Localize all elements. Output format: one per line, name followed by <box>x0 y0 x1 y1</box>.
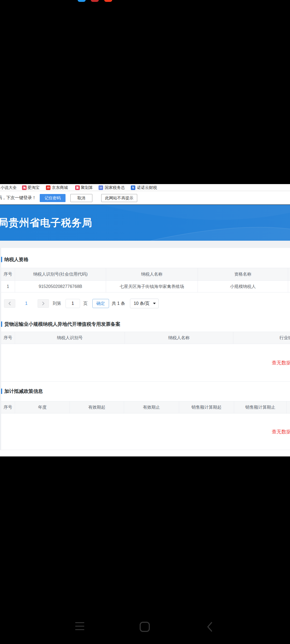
t1-cell-taxpayer-name: 七星关区海子街镇海华家禽养殖场 <box>106 281 198 292</box>
t1-col-qualification: 资格名称 <box>198 268 288 281</box>
t1-col-index: 序号 <box>1 268 15 281</box>
bookmark-taobao[interactable]: 爱淘宝 <box>27 185 39 190</box>
pagination-next-button[interactable] <box>38 299 49 308</box>
pagination-prev-button[interactable] <box>4 299 15 308</box>
section1-accent-bar <box>1 257 2 262</box>
t1-cell-taxpayer-id: 91520502082776768B <box>15 281 106 292</box>
panel-bottom-divider <box>0 450 290 450</box>
t2-col-industry-code: 行业编码 <box>233 332 290 344</box>
bookmark-jd[interactable]: 京东商城 <box>52 185 68 190</box>
t1-cell-qualification: 小规模纳税人 <box>198 281 288 292</box>
orange-app-icon[interactable] <box>104 0 112 2</box>
t1-cell-index: 1 <box>1 281 15 292</box>
t2-col-index: 序号 <box>1 332 15 344</box>
red-app-icon[interactable] <box>91 0 99 2</box>
taobao-icon: 淘 <box>22 185 27 190</box>
section1-title: 纳税人资格 <box>4 257 28 262</box>
phone-screen: 小说大全 淘 爱淘宝 JD 京东商城 聚 聚划算 12 国家税务总 N 诺诺云财… <box>0 0 290 644</box>
t3-col-clipped <box>287 401 290 414</box>
pagination-confirm-button[interactable]: 确定 <box>92 299 109 308</box>
t3-col-year: 年度 <box>15 401 70 414</box>
bookmark-novel[interactable]: 小说大全 <box>1 185 17 190</box>
t2-col-taxpayer-id: 纳税人识别号 <box>15 332 125 344</box>
site-banner: 局贵州省电子税务局 <box>0 205 290 241</box>
bookmarks-bar: 小说大全 淘 爱淘宝 JD 京东商城 聚 聚划算 12 国家税务总 N 诺诺云财… <box>0 184 290 191</box>
t2-col-taxpayer-name: 纳税人名称 <box>125 332 233 344</box>
nav-back-icon[interactable] <box>206 622 213 632</box>
password-prompt-message: 码，下次一键登录！ <box>0 191 36 204</box>
nav-home-icon[interactable] <box>140 622 150 632</box>
pagination-page-1[interactable]: 1 <box>24 299 29 308</box>
section2-accent-bar <box>1 321 2 327</box>
t3-col-index: 序号 <box>1 401 15 414</box>
dropdown-caret-icon <box>153 303 156 304</box>
t3-no-data-text: 查无数据 <box>272 414 290 450</box>
remember-password-bar: 码，下次一键登录！ 记住密码 取消 此网站不再提示 <box>0 191 290 204</box>
nuonuo-icon: N <box>131 185 135 190</box>
chevron-right-icon <box>42 301 45 306</box>
page-size-select[interactable]: 10 条/页 <box>130 299 159 308</box>
site-title: 局贵州省电子税务局 <box>0 205 92 241</box>
page-size-value: 10 条/页 <box>134 299 150 308</box>
t2-empty-body <box>1 344 290 382</box>
t1-col-clipped <box>288 268 290 281</box>
section3-accent-bar <box>1 389 2 394</box>
pagination-page-input[interactable]: 1 <box>66 299 80 308</box>
t3-col-valid-from: 有效期起 <box>70 401 124 414</box>
cancel-button[interactable]: 取消 <box>70 194 92 202</box>
bookmark-tax-bureau[interactable]: 国家税务总 <box>105 185 125 190</box>
remember-password-button[interactable]: 记住密码 <box>40 194 66 202</box>
tax-bureau-icon: 12 <box>99 185 103 190</box>
pagination-goto-label: 到第 <box>53 299 61 308</box>
t3-col-sales-calc-from: 销售额计算期起 <box>179 401 234 414</box>
nav-menu-icon[interactable] <box>75 622 84 631</box>
juhuasuan-icon: 聚 <box>75 185 80 190</box>
t1-col-taxpayer-id: 纳税人识别号(社会信用代码) <box>15 268 106 281</box>
bookmark-nuonuo[interactable]: 诺诺云财税 <box>137 185 157 190</box>
page-background-strip <box>0 241 290 248</box>
t2-no-data-text: 查无数据 <box>272 344 290 382</box>
t3-empty-body <box>1 414 290 450</box>
pagination-page-unit: 页 <box>83 299 88 308</box>
t3-col-valid-to: 有效期止 <box>124 401 179 414</box>
section3-title: 加计抵减政策信息 <box>4 389 43 394</box>
chevron-left-icon <box>8 301 11 306</box>
section2-title: 货物运输业小规模纳税人异地代开增值税专用发票备案 <box>4 321 120 327</box>
blue-app-icon[interactable] <box>78 0 86 2</box>
t1-col-taxpayer-name: 纳税人名称 <box>106 268 198 281</box>
t3-col-sales-calc-to: 销售额计算期止 <box>234 401 287 414</box>
jd-icon: JD <box>46 185 50 190</box>
bookmark-juhuasuan[interactable]: 聚划算 <box>81 185 93 190</box>
dismiss-site-button[interactable]: 此网站不再提示 <box>101 194 137 202</box>
t1-cell-clipped <box>288 281 290 292</box>
pagination-total-label: 共 1 条 <box>112 299 125 308</box>
